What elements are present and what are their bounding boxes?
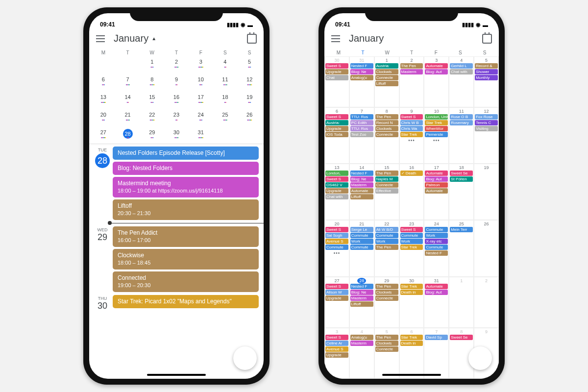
event-chip[interactable]: Upgrade (325, 295, 348, 301)
event-chip[interactable]: Clockwis (375, 69, 398, 74)
today-icon[interactable] (482, 34, 492, 44)
event-chip[interactable]: David Sp (425, 335, 448, 340)
add-event-fab[interactable] (468, 346, 492, 370)
mini-day[interactable]: 10••• (189, 76, 213, 86)
month-cell[interactable]: 18Sweet SeSt Pölten (449, 164, 474, 220)
event-chip[interactable]: Patreon (425, 182, 448, 188)
event-chip[interactable]: Commute (425, 245, 448, 250)
month-cell[interactable]: 11Rose O BRosemary (449, 107, 474, 164)
mini-day[interactable]: 6••• (91, 76, 116, 86)
event-chip[interactable]: Monthly (475, 75, 498, 80)
month-cell[interactable]: 29The PenClockwisConnecte (374, 277, 399, 328)
mini-day[interactable]: 12••••• (237, 76, 262, 86)
event-chip[interactable]: TTU: Ros (350, 114, 373, 120)
event-chip[interactable]: Sweet S (400, 114, 423, 120)
month-cell[interactable]: 20Sweet SSal SoghAvenue SCommute••• (324, 220, 349, 277)
event-chip[interactable]: Mein Terr (450, 227, 473, 232)
event-chip[interactable]: Nested F (350, 171, 373, 176)
event-chip[interactable]: Chris W B (400, 120, 423, 125)
event-chip[interactable]: The Pen (375, 114, 398, 120)
event-chip[interactable]: Sal Sogh (325, 233, 348, 238)
mini-day[interactable] (91, 58, 116, 68)
event-chip[interactable]: Austria: (325, 120, 348, 125)
month-cell[interactable]: 17AutomateBlog: AutPatreonAutomate (424, 164, 449, 220)
month-cell[interactable]: 10London, United Kingdom, JanuStar TrekW… (424, 107, 449, 164)
mini-day[interactable]: 2•••• (164, 58, 189, 68)
event-chip[interactable]: Connecte (375, 346, 398, 352)
month-cell[interactable]: 31AutomateBlog: Aut (424, 277, 449, 328)
month-cell[interactable]: 9Sweet SChris W BChris WaStar Trek••• (399, 107, 424, 164)
home-indicator[interactable] (147, 374, 206, 376)
event-chip[interactable]: Liftoff (375, 81, 398, 86)
month-cell[interactable]: 4Analog(uMasterm (349, 328, 374, 379)
more-indicator[interactable]: ••• (425, 138, 448, 143)
mini-day[interactable]: 3••••• (189, 58, 213, 68)
mini-day[interactable]: 28•• (116, 129, 140, 139)
event-chip[interactable]: Blog: Aut (425, 69, 448, 74)
mini-day[interactable]: 8••••• (140, 76, 164, 86)
agenda-event[interactable]: Nested Folders Episode Release [Scotty] (113, 147, 259, 160)
event-chip[interactable]: The Pen (375, 171, 398, 176)
event-chip[interactable]: Star Trek (400, 245, 423, 250)
agenda-event[interactable]: Clockwise18:00 – 18:45 (113, 249, 259, 270)
event-chip[interactable]: Blog: Aut (425, 176, 448, 182)
event-chip[interactable]: Naples M (375, 176, 398, 182)
event-chip[interactable]: Work (425, 233, 448, 238)
month-cell[interactable]: 30Sweet SUpgradeChat (324, 56, 349, 107)
mini-day[interactable]: 15••• (140, 94, 164, 103)
agenda-event[interactable]: Mastermind meeting18:00 – 19:00 at https… (113, 177, 259, 197)
event-chip[interactable]: X-ray etc (425, 239, 448, 244)
month-cell[interactable]: 7TTU: RosPC EdithTTU: RosTest Zoo (349, 107, 374, 164)
month-cell[interactable]: 13London,Sweet SOS462 VUpgradeChat with (324, 164, 349, 220)
event-chip[interactable]: Rose O B (450, 114, 473, 120)
agenda-event[interactable]: Star Trek: Picard 1x02 "Maps and Legends… (113, 295, 259, 308)
event-chip[interactable]: Sweet Se (450, 335, 473, 340)
mini-day[interactable]: 18•• (213, 94, 238, 103)
mini-day[interactable]: 9•• (164, 76, 189, 86)
event-chip[interactable]: Celine Ar (325, 341, 348, 346)
menu-icon[interactable] (331, 35, 340, 42)
mini-day[interactable]: 25•••• (213, 111, 238, 121)
event-chip[interactable]: Serge Le (350, 227, 373, 232)
event-chip[interactable]: Commute (400, 233, 423, 238)
event-chip[interactable]: Blog: Aut (425, 290, 448, 295)
event-chip[interactable]: Gerhild L (450, 63, 473, 69)
event-chip[interactable]: London, (325, 171, 348, 176)
mini-day[interactable]: 31••••• (189, 129, 213, 139)
more-indicator[interactable]: ••• (325, 250, 348, 256)
event-chip[interactable]: Sweet S (400, 227, 423, 232)
event-chip[interactable]: Fox Rose (475, 114, 498, 120)
event-chip[interactable]: Rosemary (450, 120, 473, 125)
mini-day[interactable]: 29••• (140, 129, 164, 139)
month-cell[interactable]: 7David Sp (424, 328, 449, 379)
month-cell[interactable]: 5The PenClockwisConnecte (374, 328, 399, 379)
agenda-event[interactable]: Liftoff20:30 – 21:30 (113, 199, 259, 220)
event-chip[interactable]: Death in (400, 341, 423, 346)
add-event-fab[interactable] (233, 346, 257, 370)
event-chip[interactable]: The Pen (375, 284, 398, 289)
agenda-event[interactable]: The Pen Addict16:00 – 17:00 (113, 226, 259, 247)
event-chip[interactable]: Sweet S (325, 227, 348, 232)
event-chip[interactable]: Blog: Ne (350, 69, 373, 74)
event-chip[interactable]: Tennis C (475, 120, 498, 125)
event-chip[interactable]: Masterm (350, 341, 373, 346)
event-chip[interactable]: Work (375, 239, 398, 244)
event-chip[interactable]: The Pen (375, 245, 398, 250)
mini-day[interactable]: 27••••• (91, 129, 116, 139)
event-chip[interactable]: Alison W (325, 290, 348, 295)
event-chip[interactable]: Analog(u (350, 335, 373, 340)
month-cell[interactable]: 1 (449, 277, 474, 328)
event-chip[interactable]: Sweet S (325, 114, 348, 120)
event-chip[interactable]: Automate (350, 188, 373, 194)
event-chip[interactable]: Record N (375, 120, 398, 125)
event-chip[interactable]: Work (350, 239, 373, 244)
event-chip[interactable]: Avenue S (325, 346, 348, 352)
mini-day[interactable]: 1••• (140, 58, 164, 68)
mini-day[interactable]: 13••••• (91, 94, 116, 103)
event-chip[interactable]: Chat with (450, 69, 473, 74)
month-grid[interactable]: 30Sweet SUpgradeChat31Nested FBlog: NeAn… (324, 56, 499, 379)
mini-day[interactable]: 11•••• (213, 76, 238, 86)
event-chip[interactable]: PC Edith (350, 120, 373, 125)
event-chip[interactable]: Clockwis (375, 341, 398, 346)
event-chip[interactable]: Connecte (375, 182, 398, 188)
